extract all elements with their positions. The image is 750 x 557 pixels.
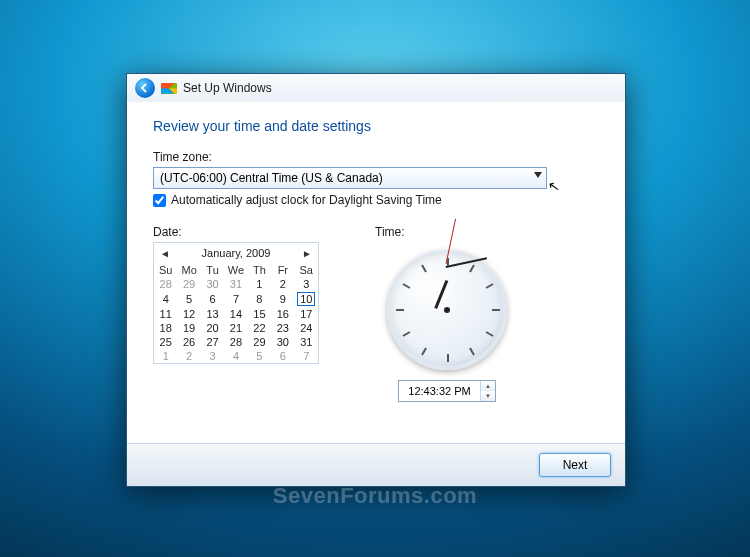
calendar-dow: Fr (271, 263, 294, 277)
calendar-day[interactable]: 9 (271, 291, 294, 307)
window-title: Set Up Windows (183, 81, 272, 95)
calendar-day[interactable]: 31 (295, 335, 318, 349)
spinner-down-icon[interactable]: ▼ (481, 391, 495, 401)
minute-hand (446, 257, 487, 268)
time-value: 12:43:32 PM (399, 385, 480, 397)
calendar-day[interactable]: 27 (201, 335, 224, 349)
calendar-grid: SuMoTuWeThFrSa 2829303112345678910111213… (154, 263, 318, 363)
calendar-dow: We (224, 263, 247, 277)
calendar-day[interactable]: 31 (224, 277, 247, 291)
calendar-day[interactable]: 12 (177, 307, 200, 321)
time-spinner[interactable]: ▲ ▼ (480, 381, 495, 401)
calendar-day[interactable]: 13 (201, 307, 224, 321)
analog-clock (387, 250, 507, 370)
calendar-day[interactable]: 2 (271, 277, 294, 291)
clock-tick (421, 348, 427, 356)
calendar-prev-button[interactable]: ◄ (160, 248, 170, 259)
calendar-day[interactable]: 2 (177, 349, 200, 363)
dst-checkbox[interactable] (153, 194, 166, 207)
calendar-day[interactable]: 29 (177, 277, 200, 291)
calendar-day[interactable]: 30 (271, 335, 294, 349)
calendar-day[interactable]: 7 (295, 349, 318, 363)
calendar-next-button[interactable]: ► (302, 248, 312, 259)
clock-tick (469, 264, 475, 272)
clock-tick (402, 283, 410, 289)
clock-tick (469, 348, 475, 356)
spinner-up-icon[interactable]: ▲ (481, 381, 495, 391)
dst-label: Automatically adjust clock for Daylight … (171, 193, 442, 207)
calendar-day[interactable]: 1 (248, 277, 271, 291)
calendar-day[interactable]: 15 (248, 307, 271, 321)
chevron-down-icon (534, 172, 542, 178)
calendar-day[interactable]: 14 (224, 307, 247, 321)
calendar-day[interactable]: 16 (271, 307, 294, 321)
page-heading: Review your time and date settings (153, 118, 599, 134)
calendar-dow: Sa (295, 263, 318, 277)
calendar-day[interactable]: 18 (154, 321, 177, 335)
setup-window: Set Up Windows Review your time and date… (126, 73, 626, 487)
date-label: Date: (153, 225, 319, 239)
calendar-day[interactable]: 3 (201, 349, 224, 363)
calendar-dow: Th (248, 263, 271, 277)
calendar-day[interactable]: 17 (295, 307, 318, 321)
calendar-day[interactable]: 19 (177, 321, 200, 335)
calendar-day[interactable]: 20 (201, 321, 224, 335)
calendar-title: January, 2009 (170, 247, 302, 259)
dst-checkbox-row[interactable]: Automatically adjust clock for Daylight … (153, 193, 599, 207)
clock-tick (447, 258, 449, 266)
timezone-label: Time zone: (153, 150, 599, 164)
calendar-day[interactable]: 28 (154, 277, 177, 291)
content-area: Review your time and date settings Time … (127, 102, 625, 402)
next-button[interactable]: Next (539, 453, 611, 477)
calendar-header: ◄ January, 2009 ► (154, 243, 318, 263)
calendar-day[interactable]: 3 (295, 277, 318, 291)
cursor-icon: ↖ (547, 177, 562, 195)
calendar[interactable]: ◄ January, 2009 ► SuMoTuWeThFrSa 2829303… (153, 242, 319, 364)
calendar-day[interactable]: 10 (295, 291, 318, 307)
calendar-day[interactable]: 22 (248, 321, 271, 335)
timezone-dropdown[interactable]: (UTC-06:00) Central Time (US & Canada) ↖ (153, 167, 547, 189)
calendar-day[interactable]: 7 (224, 291, 247, 307)
calendar-day[interactable]: 6 (271, 349, 294, 363)
clock-tick (486, 283, 494, 289)
calendar-day[interactable]: 21 (224, 321, 247, 335)
calendar-dow: Su (154, 263, 177, 277)
calendar-day[interactable]: 8 (248, 291, 271, 307)
clock-tick (402, 331, 410, 337)
time-label: Time: (375, 225, 519, 239)
calendar-day[interactable]: 28 (224, 335, 247, 349)
clock-tick (486, 331, 494, 337)
calendar-day[interactable]: 23 (271, 321, 294, 335)
clock-tick (492, 309, 500, 311)
time-input[interactable]: 12:43:32 PM ▲ ▼ (398, 380, 496, 402)
clock-tick (396, 309, 404, 311)
dialog-footer: Next (127, 443, 625, 486)
windows-flag-icon (161, 83, 177, 94)
titlebar: Set Up Windows (127, 74, 625, 102)
calendar-day[interactable]: 6 (201, 291, 224, 307)
clock-hub (444, 307, 450, 313)
calendar-day[interactable]: 5 (177, 291, 200, 307)
calendar-day[interactable]: 29 (248, 335, 271, 349)
calendar-day[interactable]: 30 (201, 277, 224, 291)
calendar-day[interactable]: 26 (177, 335, 200, 349)
clock-tick (447, 354, 449, 362)
calendar-dow: Tu (201, 263, 224, 277)
hour-hand (434, 280, 448, 309)
calendar-dow: Mo (177, 263, 200, 277)
calendar-day[interactable]: 5 (248, 349, 271, 363)
clock-tick (421, 264, 427, 272)
calendar-day[interactable]: 25 (154, 335, 177, 349)
timezone-value: (UTC-06:00) Central Time (US & Canada) (160, 171, 383, 185)
calendar-day[interactable]: 4 (224, 349, 247, 363)
calendar-day[interactable]: 24 (295, 321, 318, 335)
calendar-day[interactable]: 11 (154, 307, 177, 321)
calendar-day[interactable]: 4 (154, 291, 177, 307)
back-button[interactable] (135, 78, 155, 98)
calendar-day[interactable]: 1 (154, 349, 177, 363)
